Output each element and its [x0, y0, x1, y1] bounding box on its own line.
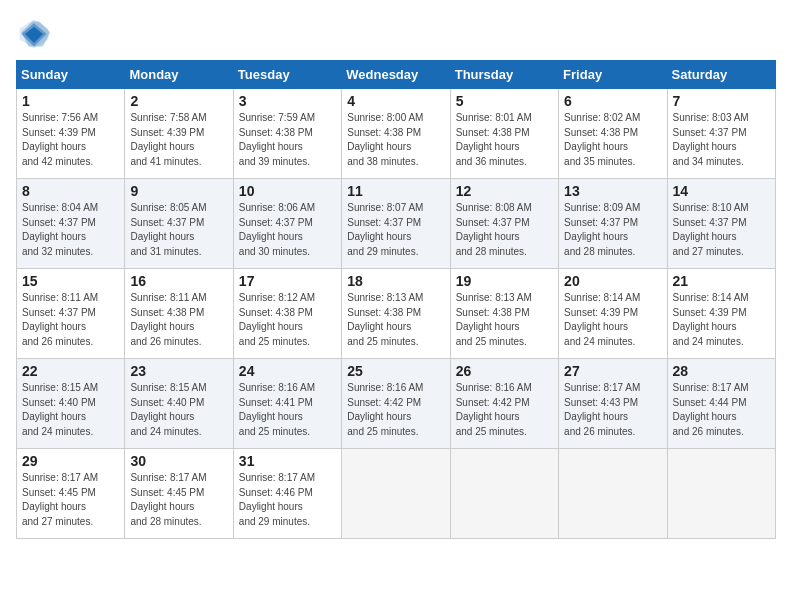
day-number: 17 — [239, 273, 336, 289]
day-info: Sunrise: 8:09 AM Sunset: 4:37 PM Dayligh… — [564, 201, 661, 259]
calendar-row: 29 Sunrise: 8:17 AM Sunset: 4:45 PM Dayl… — [17, 449, 776, 539]
day-number: 21 — [673, 273, 770, 289]
day-info: Sunrise: 8:15 AM Sunset: 4:40 PM Dayligh… — [22, 381, 119, 439]
day-number: 25 — [347, 363, 444, 379]
calendar-cell: 20 Sunrise: 8:14 AM Sunset: 4:39 PM Dayl… — [559, 269, 667, 359]
day-info: Sunrise: 8:17 AM Sunset: 4:43 PM Dayligh… — [564, 381, 661, 439]
day-info: Sunrise: 8:17 AM Sunset: 4:44 PM Dayligh… — [673, 381, 770, 439]
day-info: Sunrise: 8:03 AM Sunset: 4:37 PM Dayligh… — [673, 111, 770, 169]
day-number: 15 — [22, 273, 119, 289]
day-info: Sunrise: 8:08 AM Sunset: 4:37 PM Dayligh… — [456, 201, 553, 259]
day-info: Sunrise: 8:14 AM Sunset: 4:39 PM Dayligh… — [564, 291, 661, 349]
day-number: 22 — [22, 363, 119, 379]
day-info: Sunrise: 8:02 AM Sunset: 4:38 PM Dayligh… — [564, 111, 661, 169]
calendar-cell: 6 Sunrise: 8:02 AM Sunset: 4:38 PM Dayli… — [559, 89, 667, 179]
day-number: 4 — [347, 93, 444, 109]
day-number: 24 — [239, 363, 336, 379]
day-info: Sunrise: 8:16 AM Sunset: 4:42 PM Dayligh… — [456, 381, 553, 439]
weekday-header: Tuesday — [233, 61, 341, 89]
calendar-cell — [667, 449, 775, 539]
calendar-cell: 23 Sunrise: 8:15 AM Sunset: 4:40 PM Dayl… — [125, 359, 233, 449]
day-number: 16 — [130, 273, 227, 289]
day-number: 28 — [673, 363, 770, 379]
calendar-cell: 28 Sunrise: 8:17 AM Sunset: 4:44 PM Dayl… — [667, 359, 775, 449]
day-number: 1 — [22, 93, 119, 109]
calendar-cell: 10 Sunrise: 8:06 AM Sunset: 4:37 PM Dayl… — [233, 179, 341, 269]
day-info: Sunrise: 8:16 AM Sunset: 4:42 PM Dayligh… — [347, 381, 444, 439]
logo-icon — [16, 16, 52, 52]
calendar-row: 1 Sunrise: 7:56 AM Sunset: 4:39 PM Dayli… — [17, 89, 776, 179]
day-info: Sunrise: 8:07 AM Sunset: 4:37 PM Dayligh… — [347, 201, 444, 259]
day-info: Sunrise: 8:17 AM Sunset: 4:45 PM Dayligh… — [130, 471, 227, 529]
calendar-cell: 25 Sunrise: 8:16 AM Sunset: 4:42 PM Dayl… — [342, 359, 450, 449]
calendar-cell: 19 Sunrise: 8:13 AM Sunset: 4:38 PM Dayl… — [450, 269, 558, 359]
logo — [16, 16, 56, 52]
day-number: 5 — [456, 93, 553, 109]
calendar-cell: 7 Sunrise: 8:03 AM Sunset: 4:37 PM Dayli… — [667, 89, 775, 179]
calendar-cell: 18 Sunrise: 8:13 AM Sunset: 4:38 PM Dayl… — [342, 269, 450, 359]
day-number: 7 — [673, 93, 770, 109]
day-number: 26 — [456, 363, 553, 379]
calendar-cell — [342, 449, 450, 539]
calendar-row: 22 Sunrise: 8:15 AM Sunset: 4:40 PM Dayl… — [17, 359, 776, 449]
calendar-cell: 30 Sunrise: 8:17 AM Sunset: 4:45 PM Dayl… — [125, 449, 233, 539]
day-number: 3 — [239, 93, 336, 109]
day-number: 13 — [564, 183, 661, 199]
calendar-cell: 21 Sunrise: 8:14 AM Sunset: 4:39 PM Dayl… — [667, 269, 775, 359]
day-number: 12 — [456, 183, 553, 199]
day-number: 2 — [130, 93, 227, 109]
header-row: SundayMondayTuesdayWednesdayThursdayFrid… — [17, 61, 776, 89]
weekday-header: Friday — [559, 61, 667, 89]
day-number: 30 — [130, 453, 227, 469]
calendar-cell — [450, 449, 558, 539]
weekday-header: Wednesday — [342, 61, 450, 89]
calendar-cell: 15 Sunrise: 8:11 AM Sunset: 4:37 PM Dayl… — [17, 269, 125, 359]
calendar-row: 8 Sunrise: 8:04 AM Sunset: 4:37 PM Dayli… — [17, 179, 776, 269]
day-number: 14 — [673, 183, 770, 199]
day-info: Sunrise: 8:00 AM Sunset: 4:38 PM Dayligh… — [347, 111, 444, 169]
day-info: Sunrise: 8:10 AM Sunset: 4:37 PM Dayligh… — [673, 201, 770, 259]
day-number: 27 — [564, 363, 661, 379]
calendar-cell: 24 Sunrise: 8:16 AM Sunset: 4:41 PM Dayl… — [233, 359, 341, 449]
calendar-cell: 5 Sunrise: 8:01 AM Sunset: 4:38 PM Dayli… — [450, 89, 558, 179]
weekday-header: Sunday — [17, 61, 125, 89]
day-number: 6 — [564, 93, 661, 109]
calendar-cell: 22 Sunrise: 8:15 AM Sunset: 4:40 PM Dayl… — [17, 359, 125, 449]
day-info: Sunrise: 8:13 AM Sunset: 4:38 PM Dayligh… — [456, 291, 553, 349]
calendar-cell: 3 Sunrise: 7:59 AM Sunset: 4:38 PM Dayli… — [233, 89, 341, 179]
calendar-cell: 2 Sunrise: 7:58 AM Sunset: 4:39 PM Dayli… — [125, 89, 233, 179]
day-number: 31 — [239, 453, 336, 469]
day-info: Sunrise: 7:58 AM Sunset: 4:39 PM Dayligh… — [130, 111, 227, 169]
day-info: Sunrise: 8:14 AM Sunset: 4:39 PM Dayligh… — [673, 291, 770, 349]
calendar-cell: 27 Sunrise: 8:17 AM Sunset: 4:43 PM Dayl… — [559, 359, 667, 449]
day-number: 29 — [22, 453, 119, 469]
day-info: Sunrise: 7:59 AM Sunset: 4:38 PM Dayligh… — [239, 111, 336, 169]
day-number: 11 — [347, 183, 444, 199]
calendar-cell: 12 Sunrise: 8:08 AM Sunset: 4:37 PM Dayl… — [450, 179, 558, 269]
day-info: Sunrise: 8:15 AM Sunset: 4:40 PM Dayligh… — [130, 381, 227, 439]
calendar-row: 15 Sunrise: 8:11 AM Sunset: 4:37 PM Dayl… — [17, 269, 776, 359]
calendar-cell: 11 Sunrise: 8:07 AM Sunset: 4:37 PM Dayl… — [342, 179, 450, 269]
calendar-cell: 14 Sunrise: 8:10 AM Sunset: 4:37 PM Dayl… — [667, 179, 775, 269]
day-number: 10 — [239, 183, 336, 199]
day-info: Sunrise: 8:17 AM Sunset: 4:45 PM Dayligh… — [22, 471, 119, 529]
calendar-cell: 17 Sunrise: 8:12 AM Sunset: 4:38 PM Dayl… — [233, 269, 341, 359]
calendar-cell: 29 Sunrise: 8:17 AM Sunset: 4:45 PM Dayl… — [17, 449, 125, 539]
calendar-cell: 31 Sunrise: 8:17 AM Sunset: 4:46 PM Dayl… — [233, 449, 341, 539]
day-number: 19 — [456, 273, 553, 289]
day-number: 18 — [347, 273, 444, 289]
calendar-cell: 16 Sunrise: 8:11 AM Sunset: 4:38 PM Dayl… — [125, 269, 233, 359]
weekday-header: Saturday — [667, 61, 775, 89]
calendar-cell: 9 Sunrise: 8:05 AM Sunset: 4:37 PM Dayli… — [125, 179, 233, 269]
day-info: Sunrise: 8:04 AM Sunset: 4:37 PM Dayligh… — [22, 201, 119, 259]
calendar-cell: 13 Sunrise: 8:09 AM Sunset: 4:37 PM Dayl… — [559, 179, 667, 269]
calendar-table: SundayMondayTuesdayWednesdayThursdayFrid… — [16, 60, 776, 539]
day-info: Sunrise: 8:17 AM Sunset: 4:46 PM Dayligh… — [239, 471, 336, 529]
day-info: Sunrise: 8:06 AM Sunset: 4:37 PM Dayligh… — [239, 201, 336, 259]
day-info: Sunrise: 7:56 AM Sunset: 4:39 PM Dayligh… — [22, 111, 119, 169]
day-info: Sunrise: 8:11 AM Sunset: 4:37 PM Dayligh… — [22, 291, 119, 349]
day-info: Sunrise: 8:11 AM Sunset: 4:38 PM Dayligh… — [130, 291, 227, 349]
weekday-header: Thursday — [450, 61, 558, 89]
day-number: 23 — [130, 363, 227, 379]
day-info: Sunrise: 8:12 AM Sunset: 4:38 PM Dayligh… — [239, 291, 336, 349]
